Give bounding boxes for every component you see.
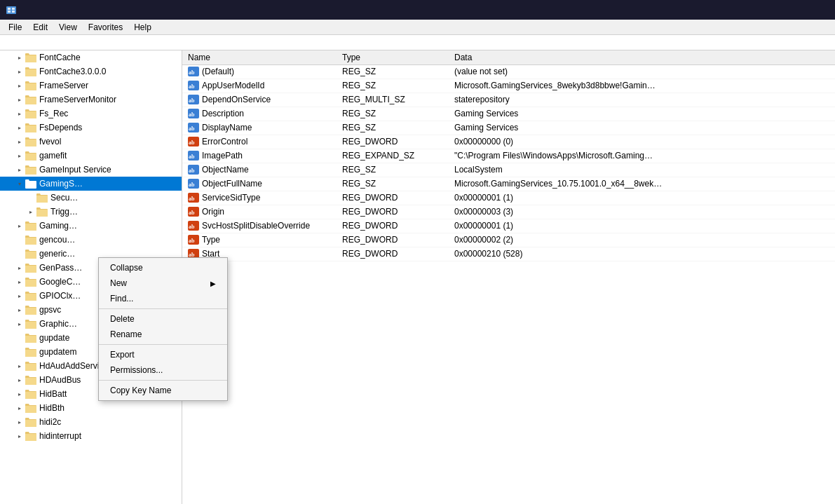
tree-item-hidi2c[interactable]: hidi2c [0, 415, 182, 429]
table-row[interactable]: ab DisplayNameREG_SZGaming Services [182, 121, 835, 135]
tree-label-gpsvc: gpsvc [39, 305, 61, 315]
table-row[interactable]: ab SvcHostSplitDisableOverrideREG_DWORD0… [182, 219, 835, 233]
ctx-label-rename: Rename [110, 329, 142, 339]
tree-toggle-fsdepends[interactable] [14, 122, 25, 133]
tree-item-fvevol[interactable]: fvevol [0, 135, 182, 149]
ctx-item-permissions[interactable]: Permissions... [99, 362, 227, 378]
table-row[interactable]: ab TypeREG_DWORD0x00000002 (2) [182, 233, 835, 247]
tree-label-genpass: GenPass… [39, 263, 82, 273]
folder-icon-hidbth [25, 403, 36, 413]
tree-toggle-hidbth[interactable] [14, 402, 25, 414]
table-row[interactable]: ab ErrorControlREG_DWORD0x00000000 (0) [182, 135, 835, 149]
tree-item-hidbth[interactable]: HidBth [0, 401, 182, 415]
tree-item-fsdepends[interactable]: FsDepends [0, 121, 182, 135]
maximize-button[interactable] [794, 3, 811, 17]
table-row[interactable]: ab ObjectFullNameREG_SZMicrosoft.GamingS… [182, 177, 835, 191]
tree-item-gamefit[interactable]: gamefit [0, 149, 182, 163]
reg-value-icon: ab [188, 123, 199, 132]
cell-type: REG_DWORD [337, 233, 449, 247]
ctx-label-find: Find... [110, 294, 133, 304]
table-row[interactable]: ab AppUserModelIdREG_SZMicrosoft.GamingS… [182, 79, 835, 93]
table-row[interactable]: ab StartREG_DWORD0x00000210 (528) [182, 247, 835, 261]
tree-label-hidinterrupt: hidinterrupt [39, 431, 81, 441]
folder-icon-gpioclx [25, 291, 36, 301]
ctx-item-find[interactable]: Find... [99, 291, 227, 306]
tree-item-fontcache3[interactable]: FontCache3.0.0.0 [0, 64, 182, 79]
ctx-item-collapse[interactable]: Collapse [99, 260, 227, 275]
tree-toggle-frameservermonitor[interactable] [14, 94, 25, 105]
tree-label-fontcache: FontCache [39, 53, 81, 62]
tree-toggle-genpass[interactable] [14, 262, 25, 273]
ctx-item-copykey[interactable]: Copy Key Name [99, 383, 227, 398]
ctx-item-rename[interactable]: Rename [99, 327, 227, 342]
menu-item-file[interactable]: File [3, 21, 27, 34]
values-panel: Name Type Data ab (Default)REG_SZ(value … [182, 50, 835, 504]
menu-item-help[interactable]: Help [128, 21, 157, 34]
tree-toggle-hdaudbus[interactable] [14, 374, 25, 386]
reg-value-icon: ab [188, 67, 199, 76]
tree-toggle-gpioclx[interactable] [14, 290, 25, 301]
ctx-item-delete[interactable]: Delete [99, 311, 227, 327]
table-row[interactable]: ab DependOnServiceREG_MULTI_SZstaterepos… [182, 93, 835, 107]
tree-item-triggers[interactable]: Trigg… [0, 205, 182, 219]
tree-toggle-googlec[interactable] [14, 276, 25, 287]
table-row[interactable]: ab OriginREG_DWORD0x00000003 (3) [182, 205, 835, 219]
cell-data: (value not set) [449, 64, 835, 79]
table-row[interactable]: ab ObjectNameREG_SZLocalSystem [182, 163, 835, 177]
ctx-separator [99, 308, 227, 309]
ctx-item-new[interactable]: New▶ [99, 275, 227, 291]
svg-text:ab: ab [189, 238, 195, 244]
menu-item-view[interactable]: View [53, 21, 83, 34]
tree-toggle-hdaudadd[interactable] [14, 360, 25, 372]
tree-label-gamefit: gamefit [39, 151, 67, 161]
menu-item-favorites[interactable]: Favorites [83, 21, 128, 34]
table-row[interactable]: ab (Default)REG_SZ(value not set) [182, 64, 835, 79]
tree-label-fsdepends: FsDepends [39, 123, 82, 132]
table-row[interactable]: ab ServiceSidTypeREG_DWORD0x00000001 (1) [182, 191, 835, 205]
ctx-item-export[interactable]: Export [99, 347, 227, 362]
minimize-button[interactable] [776, 3, 793, 17]
tree-toggle-fontcache3[interactable] [14, 66, 25, 77]
ctx-label-collapse: Collapse [110, 263, 143, 273]
tree-toggle-hidi2c[interactable] [14, 416, 25, 428]
table-row[interactable]: ab ImagePathREG_EXPAND_SZ"C:\Program Fil… [182, 149, 835, 163]
table-row[interactable]: ab DescriptionREG_SZGaming Services [182, 107, 835, 121]
tree-item-hidinterrupt[interactable]: hidinterrupt [0, 429, 182, 443]
cell-name: ab Type [182, 233, 337, 247]
folder-icon-gupdate [25, 333, 36, 343]
cell-data: Microsoft.GamingServices_10.75.1001.0_x6… [449, 177, 835, 191]
context-menu: CollapseNew▶Find...DeleteRenameExportPer… [98, 257, 228, 401]
menu-item-edit[interactable]: Edit [27, 21, 53, 34]
tree-item-fontcache[interactable]: FontCache [0, 50, 182, 64]
tree-toggle-gpsvc[interactable] [14, 304, 25, 315]
tree-item-security[interactable]: Secu… [0, 191, 182, 205]
cell-name: ab ObjectName [182, 163, 337, 177]
tree-item-gencou[interactable]: gencou… [0, 233, 182, 247]
tree-item-gamingservices[interactable]: GamingS… [0, 177, 182, 191]
tree-item-fs_rec[interactable]: Fs_Rec [0, 107, 182, 121]
tree-toggle-hidbatt[interactable] [14, 388, 25, 400]
tree-item-gameinput[interactable]: GameInput Service [0, 163, 182, 177]
tree-item-gamingservices2[interactable]: Gaming… [0, 219, 182, 233]
close-button[interactable] [813, 3, 829, 17]
tree-toggle-gamefit[interactable] [14, 150, 25, 161]
cell-type: REG_DWORD [337, 205, 449, 219]
svg-rect-3 [8, 11, 11, 13]
tree-toggle-fontcache[interactable] [14, 52, 25, 63]
cell-name: ab SvcHostSplitDisableOverride [182, 219, 337, 233]
tree-toggle-gamingservices2[interactable] [14, 220, 25, 231]
tree-toggle-triggers[interactable] [25, 206, 36, 217]
tree-toggle-graphic[interactable] [14, 318, 25, 329]
tree-toggle-hidinterrupt[interactable] [14, 430, 25, 442]
tree-toggle-gamingservices[interactable] [14, 178, 25, 189]
registry-values-table: Name Type Data ab (Default)REG_SZ(value … [182, 50, 835, 261]
tree-toggle-gameinput[interactable] [14, 164, 25, 175]
tree-toggle-fvevol[interactable] [14, 136, 25, 147]
tree-toggle-frameserver[interactable] [14, 80, 25, 91]
folder-icon-fontcache3 [25, 67, 36, 76]
cell-type: REG_SZ [337, 163, 449, 177]
folder-icon-hidi2c [25, 417, 36, 427]
tree-toggle-fs_rec[interactable] [14, 108, 25, 119]
tree-item-frameserver[interactable]: FrameServer [0, 79, 182, 93]
tree-item-frameservermonitor[interactable]: FrameServerMonitor [0, 93, 182, 107]
